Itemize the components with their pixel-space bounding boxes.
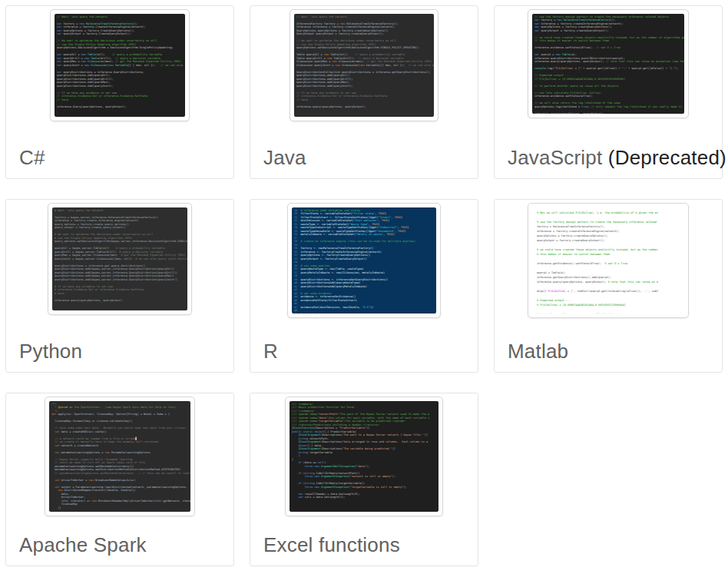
language-name: Java — [263, 146, 306, 169]
card-label: Apache Spark — [19, 533, 147, 557]
code-image: /// <summary>/// Basic prediction functi… — [290, 401, 438, 512]
card-label: Matlab — [508, 340, 568, 363]
code-thumbnail-matlab[interactable]: % Now we will calculate P(A|D=True), i.e… — [528, 203, 689, 318]
language-name: Apache Spark — [19, 533, 147, 556]
code-thumbnail-excel-functions[interactable]: /// <summary>/// Basic prediction functi… — [285, 396, 443, 516]
card-label: Excel functions — [263, 533, 400, 557]
language-card-apache-spark[interactable]: /** * @param sc the SparkContext. (see B… — [5, 393, 234, 566]
code-thumbnail-apache-spark[interactable]: /** * @param sc the SparkContext. (see B… — [45, 396, 195, 516]
code-thumbnail-r[interactable]: 19 # inference some variables and states… — [287, 203, 441, 318]
code-image: /** * @param sc the SparkContext. (see B… — [49, 401, 190, 512]
code-image: // use the factory design pattern to cre… — [532, 14, 684, 114]
card-label: JavaScript (Deprecated) — [508, 146, 726, 170]
code-image: % Now we will calculate P(A|D=True), i.e… — [532, 207, 684, 314]
card-label: Java — [263, 146, 306, 170]
code-image: # Next, lets query the network. factory … — [52, 207, 187, 310]
card-label: R — [263, 340, 278, 363]
code-image: // Next, lets query the network. var fac… — [55, 14, 185, 117]
code-thumbnail-javascript[interactable]: // use the factory design pattern to cre… — [528, 9, 689, 118]
language-name: Excel functions — [263, 533, 400, 556]
code-thumbnail-java[interactable]: // Next, lets query the network. Inferen… — [290, 9, 438, 121]
language-name: Matlab — [508, 340, 568, 363]
code-image: 19 # inference some variables and states… — [292, 207, 436, 314]
code-image: // Next, lets query the network. Inferen… — [294, 14, 434, 117]
language-card-javascript[interactable]: // use the factory design pattern to cre… — [494, 5, 723, 179]
language-card-grid: // Next, lets query the network. var fac… — [0, 0, 728, 572]
language-name: C# — [19, 146, 45, 169]
card-label: Python — [19, 340, 82, 363]
code-thumbnail-python[interactable]: # Next, lets query the network. factory … — [48, 203, 192, 315]
language-name: Python — [19, 340, 82, 363]
language-name: R — [263, 340, 278, 363]
deprecated-note: (Deprecated) — [602, 146, 726, 169]
language-card-matlab[interactable]: % Now we will calculate P(A|D=True), i.e… — [494, 199, 723, 373]
code-thumbnail-csharp[interactable]: // Next, lets query the network. var fac… — [50, 9, 190, 121]
language-card-excel-functions[interactable]: /// <summary>/// Basic prediction functi… — [250, 393, 478, 566]
card-label: C# — [19, 146, 45, 170]
language-name: JavaScript — [508, 146, 602, 169]
language-card-java[interactable]: // Next, lets query the network. Inferen… — [250, 5, 478, 179]
language-card-python[interactable]: # Next, lets query the network. factory … — [5, 199, 234, 373]
language-card-csharp[interactable]: // Next, lets query the network. var fac… — [5, 5, 234, 179]
language-card-r[interactable]: 19 # inference some variables and states… — [250, 199, 478, 373]
